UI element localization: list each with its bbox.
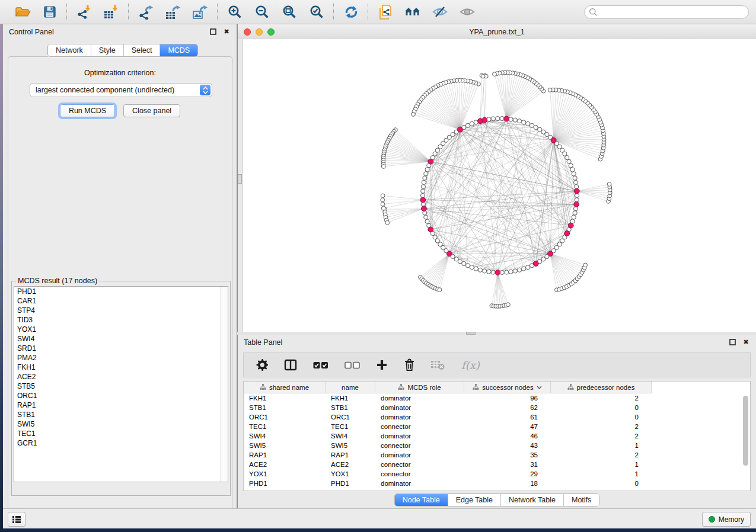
tab-network[interactable]: Network xyxy=(48,44,91,56)
column-view-icon[interactable] xyxy=(284,359,297,371)
table-scrollbar[interactable] xyxy=(742,395,749,489)
mcds-node-item[interactable]: CAR1 xyxy=(14,296,228,306)
column-header-name[interactable]: name xyxy=(326,382,375,393)
horizontal-splitter[interactable] xyxy=(237,332,756,335)
table-row[interactable]: RAP1RAP1dominator352 xyxy=(244,450,750,460)
mcds-node-item[interactable]: SRD1 xyxy=(14,344,228,353)
network-left-splitter[interactable] xyxy=(238,39,243,332)
column-label: predecessor nodes xyxy=(577,384,635,391)
export-network-icon[interactable] xyxy=(137,3,155,21)
table-row[interactable]: SWI5SWI5connector431 xyxy=(244,441,750,450)
table-row[interactable]: PHD1PHD1dominator180 xyxy=(244,479,750,488)
mcds-node-item[interactable]: STP4 xyxy=(14,306,228,315)
close-panel-button[interactable]: Close panel xyxy=(123,104,180,117)
minimize-traffic-icon[interactable] xyxy=(256,28,263,36)
table-row[interactable]: STB1STB1dominator620 xyxy=(244,403,750,412)
clone-network-icon[interactable] xyxy=(377,3,394,21)
save-icon[interactable] xyxy=(41,3,59,21)
hide-eye-icon[interactable] xyxy=(431,3,449,21)
splitter-grip-icon[interactable] xyxy=(466,332,476,335)
mcds-node-item[interactable]: PHD1 xyxy=(14,287,228,296)
float-icon[interactable] xyxy=(728,338,736,347)
column-header-successor-nodes[interactable]: successor nodes xyxy=(464,382,551,393)
refresh-icon[interactable] xyxy=(342,3,360,21)
import-table-icon[interactable] xyxy=(103,3,120,21)
mcds-node-item[interactable]: TEC1 xyxy=(14,429,228,438)
mcds-node-item[interactable]: RAP1 xyxy=(14,400,228,410)
table-row[interactable]: TEC1TEC1connector472 xyxy=(244,422,750,431)
search-box[interactable] xyxy=(584,5,749,19)
column-header-predecessor-nodes[interactable]: predecessor nodes xyxy=(551,382,652,393)
neighbors-icon[interactable] xyxy=(404,3,422,21)
mcds-node-item[interactable]: YOX1 xyxy=(14,325,228,334)
scrollbar-thumb[interactable] xyxy=(743,396,748,466)
table-cell: 31 xyxy=(464,460,551,469)
select-stepper-icon xyxy=(200,85,210,95)
column-header-MCDS-role[interactable]: MCDS role xyxy=(375,382,464,393)
toolbar-group xyxy=(6,3,66,21)
deselect-all-icon[interactable] xyxy=(344,361,360,369)
optimization-criterion-select[interactable]: largest connected component (undirected) xyxy=(30,83,212,97)
column-header-shared-name[interactable]: shared name xyxy=(244,382,326,393)
zoom-selected-icon[interactable] xyxy=(308,3,326,21)
table-cell: 1 xyxy=(551,441,652,450)
zoom-out-icon[interactable] xyxy=(253,3,271,21)
table-cell: dominator xyxy=(375,403,464,412)
table-row[interactable]: FKH1FKH1dominator962 xyxy=(244,393,750,403)
mcds-node-item[interactable]: ACE2 xyxy=(14,372,228,382)
mcds-node-item[interactable]: ORC1 xyxy=(14,391,228,400)
tab-node-table[interactable]: Node Table xyxy=(395,494,448,506)
desktop-wallpaper-strip xyxy=(0,24,3,532)
open-folder-icon[interactable] xyxy=(14,3,31,21)
select-all-icon[interactable] xyxy=(313,361,328,369)
network-canvas[interactable] xyxy=(238,39,756,332)
show-eye-icon[interactable] xyxy=(458,3,476,21)
run-mcds-button[interactable]: Run MCDS xyxy=(60,104,115,117)
mcds-node-item[interactable]: PMA2 xyxy=(14,353,228,363)
mcds-node-item[interactable]: SWI5 xyxy=(14,419,228,429)
tab-network-table[interactable]: Network Table xyxy=(500,494,563,506)
table-cell: dominator xyxy=(375,393,464,403)
import-network-icon[interactable] xyxy=(75,3,93,21)
zoom-in-icon[interactable] xyxy=(226,3,244,21)
close-icon[interactable]: ✖ xyxy=(742,338,750,347)
memory-button[interactable]: Memory xyxy=(702,512,751,527)
mcds-node-item[interactable]: TID3 xyxy=(14,315,228,325)
tab-select[interactable]: Select xyxy=(123,44,160,56)
add-column-icon[interactable] xyxy=(376,359,388,371)
mcds-list-scrollbar[interactable] xyxy=(220,287,228,482)
close-traffic-icon[interactable] xyxy=(244,28,251,36)
zoom-fit-icon[interactable] xyxy=(280,3,298,21)
float-icon[interactable] xyxy=(209,28,217,36)
export-table-icon[interactable] xyxy=(164,3,182,21)
table-cell: RAP1 xyxy=(244,450,326,460)
task-history-button[interactable] xyxy=(8,512,25,527)
search-input[interactable] xyxy=(598,6,748,18)
table-row[interactable]: ACE2ACE2connector311 xyxy=(244,460,750,469)
table-cell: PHD1 xyxy=(326,479,375,488)
tab-edge-table[interactable]: Edge Table xyxy=(448,494,500,506)
close-icon[interactable]: ✖ xyxy=(222,28,231,36)
maximize-traffic-icon[interactable] xyxy=(267,28,275,36)
table-row[interactable]: ORC1ORC1dominator610 xyxy=(244,412,750,422)
tab-style[interactable]: Style xyxy=(91,44,123,56)
mcds-node-item[interactable]: FKH1 xyxy=(14,363,228,372)
tab-mcds[interactable]: MCDS xyxy=(160,44,197,56)
table-cell: YOX1 xyxy=(244,469,326,479)
mcds-node-item[interactable]: STB5 xyxy=(14,382,228,391)
table-row[interactable]: SWI4SWI4dominator462 xyxy=(244,431,750,441)
table-cell: connector xyxy=(375,441,464,450)
tab-motifs[interactable]: Motifs xyxy=(563,494,599,506)
delete-column-icon[interactable] xyxy=(404,358,415,371)
export-image-icon[interactable] xyxy=(192,3,209,21)
mcds-node-item[interactable]: STB1 xyxy=(14,410,228,419)
splitter-grip-icon[interactable] xyxy=(238,174,242,184)
table-row[interactable]: YOX1YOX1connector291 xyxy=(244,469,750,479)
mcds-node-item[interactable]: GCR1 xyxy=(14,438,228,448)
table-cell: 43 xyxy=(464,441,551,450)
table-cell: 29 xyxy=(464,469,551,479)
tree-icon xyxy=(567,384,574,390)
function-builder-icon: f(x) xyxy=(461,359,480,371)
mcds-node-item[interactable]: SWI4 xyxy=(14,334,228,344)
gear-icon[interactable] xyxy=(256,359,268,371)
